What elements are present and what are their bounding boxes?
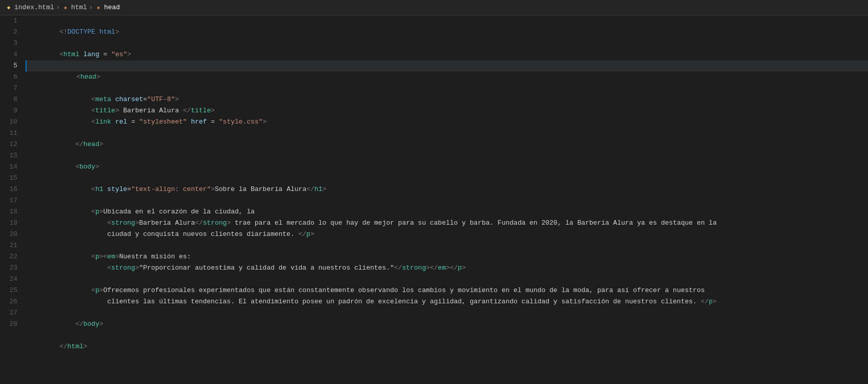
code-line-27: </html> [26,330,868,341]
code-line-4 [26,49,868,60]
element-icon-1: ◈ [62,4,69,11]
editor-container: ◆ index.html › ◈ html › ◈ head 1 2 3 4 5… [0,0,868,384]
code-line-12 [26,139,868,150]
element-icon-2: ◈ [95,4,102,11]
line-num-20: 20 [4,229,17,240]
line-num-17: 17 [4,195,17,206]
code-line-15: <h1 style="text-align: center">Sobre la … [26,173,868,184]
line-num-13: 13 [4,150,17,161]
code-line-28 [26,341,868,352]
line-num-23: 23 [4,262,17,274]
line-num-16: 16 [4,184,17,195]
code-line-17: <p>Ubicada en el corazón de la ciudad, l… [26,195,868,206]
line-num-4: 4 [4,49,17,60]
code-content[interactable]: <!DOCTYPE html> <html lang = "es"> <head… [26,15,868,384]
code-line-23: <p>Ofrecemos profesionales experimentado… [26,274,868,285]
code-line-26 [26,319,868,330]
line-num-21: 21 [4,240,17,251]
line-num-7: 7 [4,83,17,94]
line-num-18: 18 [4,206,17,218]
line-num-3: 3 [4,38,17,49]
code-line-11: </head> [26,128,868,139]
breadcrumb-head[interactable]: ◈ head [95,4,120,11]
code-line-1: <!DOCTYPE html> [26,15,868,27]
line-num-19: 19 [4,218,17,229]
code-line-2 [26,27,868,38]
line-numbers: 1 2 3 4 5 6 7 8 9 10 11 12 13 14 15 16 1… [0,15,26,384]
breadcrumb-sep-2: › [89,4,92,11]
code-line-25: </body> [26,307,868,319]
code-line-3: <html lang = "es"> [26,38,868,49]
code-line-6 [26,71,868,83]
line-num-27: 27 [4,307,17,319]
line-num-26: 26 [4,296,17,307]
breadcrumb-head-label: head [104,4,120,11]
line-num-12: 12 [4,139,17,150]
file-icon: ◆ [5,4,12,11]
code-line-5: <head> [26,60,868,71]
line-num-2: 2 [4,27,17,38]
code-line-7: <meta charset="UTF-8"> [26,83,868,94]
code-editor[interactable]: 1 2 3 4 5 6 7 8 9 10 11 12 13 14 15 16 1… [0,15,868,384]
line-num-11: 11 [4,128,17,139]
line-num-5: 5 [4,60,17,71]
line-num-9: 9 [4,105,17,116]
breadcrumb-sep-1: › [56,4,60,11]
code-line-13: <body> [26,150,868,161]
line-num-8: 8 [4,94,17,105]
breadcrumb-file[interactable]: ◆ index.html [5,4,54,11]
line-num-6: 6 [4,71,17,83]
breadcrumb-html-label: html [71,4,87,11]
line-num-15: 15 [4,173,17,184]
line-num-1: 1 [4,15,17,27]
breadcrumb-html[interactable]: ◈ html [62,4,87,11]
line-num-10: 10 [4,116,17,128]
breadcrumb-bar: ◆ index.html › ◈ html › ◈ head [0,0,868,15]
code-line-20: <p><em>Nuestra misión es: [26,240,868,251]
line-num-22: 22 [4,251,17,262]
line-num-24: 24 [4,274,17,285]
line-num-28: 28 [4,319,17,330]
line-num-25: 25 [4,285,17,296]
line-num-14: 14 [4,161,17,173]
breadcrumb-file-label: index.html [14,4,54,11]
code-line-14 [26,161,868,173]
